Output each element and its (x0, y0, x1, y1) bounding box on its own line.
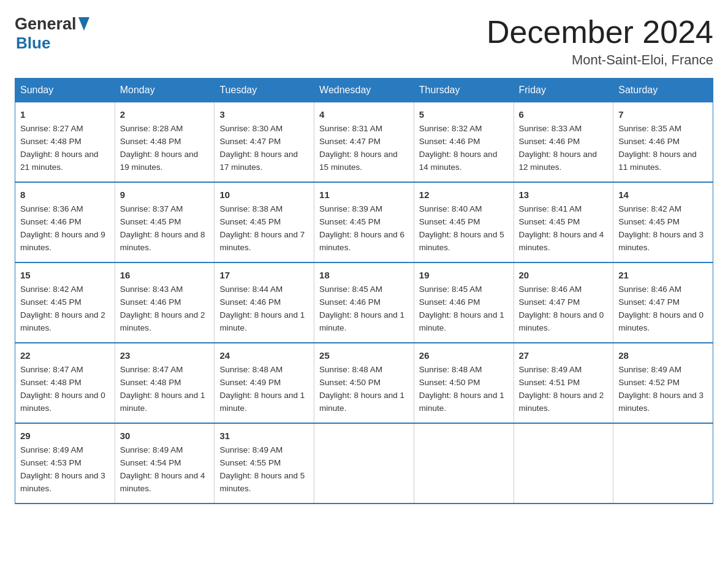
sunrise-label: Sunrise: 8:36 AM (20, 204, 83, 213)
day-number: 24 (219, 348, 309, 362)
day-number: 20 (519, 268, 609, 282)
sunrise-label: Sunrise: 8:30 AM (219, 124, 282, 133)
daylight-label: Daylight: 8 hours and 2 minutes. (120, 310, 205, 332)
sunset-label: Sunset: 4:47 PM (319, 137, 381, 146)
calendar-cell: 7Sunrise: 8:35 AMSunset: 4:46 PMDaylight… (613, 102, 713, 182)
daylight-label: Daylight: 8 hours and 4 minutes. (519, 230, 604, 252)
daylight-label: Daylight: 8 hours and 19 minutes. (120, 150, 199, 172)
sunrise-label: Sunrise: 8:41 AM (519, 204, 582, 213)
day-number: 15 (20, 268, 110, 282)
calendar-cell: 24Sunrise: 8:48 AMSunset: 4:49 PMDayligh… (214, 343, 314, 423)
sunrise-label: Sunrise: 8:48 AM (219, 365, 282, 374)
day-number: 4 (319, 107, 409, 121)
day-number: 8 (20, 188, 110, 202)
calendar-cell: 5Sunrise: 8:32 AMSunset: 4:46 PMDaylight… (414, 102, 514, 182)
calendar-cell: 1Sunrise: 8:27 AMSunset: 4:48 PMDaylight… (15, 102, 115, 182)
daylight-label: Daylight: 8 hours and 5 minutes. (419, 230, 504, 252)
daylight-label: Daylight: 8 hours and 11 minutes. (618, 150, 697, 172)
day-number: 12 (419, 188, 509, 202)
daylight-label: Daylight: 8 hours and 1 minute. (319, 391, 404, 413)
calendar-cell: 19Sunrise: 8:45 AMSunset: 4:46 PMDayligh… (414, 262, 514, 343)
sunset-label: Sunset: 4:46 PM (618, 137, 680, 146)
calendar-cell: 31Sunrise: 8:49 AMSunset: 4:55 PMDayligh… (214, 423, 314, 504)
calendar-week-row: 15Sunrise: 8:42 AMSunset: 4:45 PMDayligh… (15, 262, 713, 343)
day-number: 18 (319, 268, 409, 282)
daylight-label: Daylight: 8 hours and 2 minutes. (519, 391, 604, 413)
sunrise-label: Sunrise: 8:47 AM (120, 365, 183, 374)
sunset-label: Sunset: 4:50 PM (319, 378, 381, 387)
sunset-label: Sunset: 4:47 PM (618, 297, 680, 307)
location: Mont-Saint-Eloi, France (487, 52, 713, 68)
daylight-label: Daylight: 8 hours and 1 minute. (319, 310, 404, 332)
sunset-label: Sunset: 4:47 PM (219, 137, 281, 146)
daylight-label: Daylight: 8 hours and 12 minutes. (519, 150, 597, 172)
calendar-cell: 4Sunrise: 8:31 AMSunset: 4:47 PMDaylight… (314, 102, 414, 182)
sunset-label: Sunset: 4:46 PM (419, 137, 480, 146)
calendar-cell: 16Sunrise: 8:43 AMSunset: 4:46 PMDayligh… (115, 262, 214, 343)
daylight-label: Daylight: 8 hours and 3 minutes. (20, 471, 105, 493)
calendar-cell: 8Sunrise: 8:36 AMSunset: 4:46 PMDaylight… (15, 182, 115, 262)
day-number: 29 (20, 429, 110, 443)
logo-arrow-icon (78, 17, 89, 33)
calendar-cell: 9Sunrise: 8:37 AMSunset: 4:45 PMDaylight… (115, 182, 214, 262)
day-number: 9 (120, 188, 210, 202)
sunset-label: Sunset: 4:45 PM (20, 297, 82, 307)
daylight-label: Daylight: 8 hours and 7 minutes. (219, 230, 305, 252)
day-number: 6 (519, 107, 609, 121)
sunset-label: Sunset: 4:45 PM (519, 217, 580, 226)
calendar-cell: 11Sunrise: 8:39 AMSunset: 4:45 PMDayligh… (314, 182, 414, 262)
daylight-label: Daylight: 8 hours and 0 minutes. (20, 391, 105, 413)
daylight-label: Daylight: 8 hours and 4 minutes. (120, 471, 205, 493)
daylight-label: Daylight: 8 hours and 0 minutes. (618, 310, 703, 332)
day-number: 16 (120, 268, 210, 282)
day-number: 10 (219, 188, 309, 202)
sunrise-label: Sunrise: 8:31 AM (319, 124, 382, 133)
calendar-week-row: 29Sunrise: 8:49 AMSunset: 4:53 PMDayligh… (15, 423, 713, 504)
daylight-label: Daylight: 8 hours and 14 minutes. (419, 150, 498, 172)
calendar-cell: 13Sunrise: 8:41 AMSunset: 4:45 PMDayligh… (514, 182, 613, 262)
calendar-cell: 22Sunrise: 8:47 AMSunset: 4:48 PMDayligh… (15, 343, 115, 423)
daylight-label: Daylight: 8 hours and 8 minutes. (120, 230, 205, 252)
sunrise-label: Sunrise: 8:49 AM (120, 445, 183, 454)
sunrise-label: Sunrise: 8:43 AM (120, 285, 183, 294)
day-number: 7 (618, 107, 708, 121)
sunset-label: Sunset: 4:53 PM (20, 458, 82, 467)
calendar-week-row: 1Sunrise: 8:27 AMSunset: 4:48 PMDaylight… (15, 102, 713, 182)
calendar-cell: 6Sunrise: 8:33 AMSunset: 4:46 PMDaylight… (514, 102, 613, 182)
calendar-header-row: SundayMondayTuesdayWednesdayThursdayFrid… (15, 79, 713, 102)
day-number: 11 (319, 188, 409, 202)
calendar-cell: 17Sunrise: 8:44 AMSunset: 4:46 PMDayligh… (214, 262, 314, 343)
calendar-cell: 29Sunrise: 8:49 AMSunset: 4:53 PMDayligh… (15, 423, 115, 504)
day-number: 2 (120, 107, 210, 121)
sunrise-label: Sunrise: 8:38 AM (219, 204, 282, 213)
day-number: 22 (20, 348, 110, 362)
sunrise-label: Sunrise: 8:28 AM (120, 124, 183, 133)
calendar-cell (613, 423, 713, 504)
day-header-monday: Monday (115, 79, 214, 102)
daylight-label: Daylight: 8 hours and 5 minutes. (219, 471, 305, 493)
sunset-label: Sunset: 4:46 PM (319, 297, 381, 307)
calendar-cell (414, 423, 514, 504)
calendar-cell: 3Sunrise: 8:30 AMSunset: 4:47 PMDaylight… (214, 102, 314, 182)
sunrise-label: Sunrise: 8:48 AM (319, 365, 382, 374)
daylight-label: Daylight: 8 hours and 0 minutes. (519, 310, 604, 332)
day-header-sunday: Sunday (15, 79, 115, 102)
day-header-tuesday: Tuesday (214, 79, 314, 102)
day-number: 3 (219, 107, 309, 121)
page-header: General Blue December 2024 Mont-Saint-El… (15, 15, 713, 68)
day-number: 17 (219, 268, 309, 282)
sunset-label: Sunset: 4:54 PM (120, 458, 181, 467)
day-number: 5 (419, 107, 509, 121)
month-title: December 2024 (487, 15, 713, 50)
calendar-cell (314, 423, 414, 504)
sunset-label: Sunset: 4:48 PM (20, 378, 82, 387)
sunset-label: Sunset: 4:46 PM (120, 297, 181, 307)
daylight-label: Daylight: 8 hours and 1 minute. (419, 310, 504, 332)
sunset-label: Sunset: 4:45 PM (618, 217, 680, 226)
sunset-label: Sunset: 4:45 PM (120, 217, 181, 226)
daylight-label: Daylight: 8 hours and 1 minute. (120, 391, 205, 413)
calendar-week-row: 8Sunrise: 8:36 AMSunset: 4:46 PMDaylight… (15, 182, 713, 262)
day-number: 23 (120, 348, 210, 362)
calendar-cell: 26Sunrise: 8:48 AMSunset: 4:50 PMDayligh… (414, 343, 514, 423)
calendar-cell: 30Sunrise: 8:49 AMSunset: 4:54 PMDayligh… (115, 423, 214, 504)
